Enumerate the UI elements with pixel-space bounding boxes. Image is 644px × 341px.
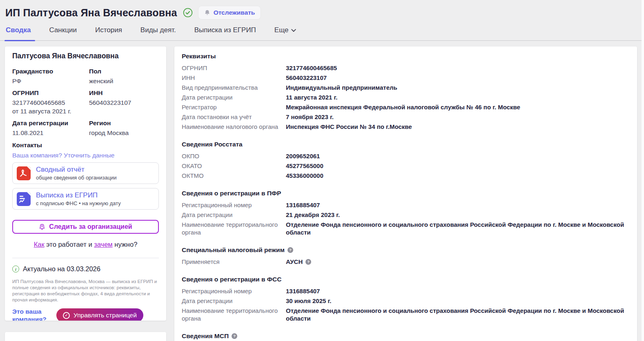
track-button[interactable]: Отслеживать xyxy=(198,6,261,19)
row-value-text: Инспекция ФНС России № 34 по г.Москве xyxy=(286,123,412,131)
report-subtitle: общие сведения об организации xyxy=(36,175,117,181)
profile-field: Дата регистрации11.08.2021 xyxy=(12,119,89,137)
row-value-text: 321774600465685 xyxy=(286,64,337,72)
tab-istoriya[interactable]: История xyxy=(95,26,123,40)
row-value-text: Межрайонная инспекция Федеральной налого… xyxy=(286,103,520,111)
risks-card: Риски сотрудничества xyxy=(5,332,166,341)
help-icon[interactable]: ? xyxy=(232,333,237,339)
row-label: Наименование налогового органа xyxy=(182,123,286,131)
row-value: Отделение Фонда пенсионного и социальног… xyxy=(286,307,629,322)
row-value: 1316885407 xyxy=(286,287,320,295)
scrollbar-track[interactable] xyxy=(642,0,644,341)
report-button-pdf[interactable]: Сводный отчётобщие сведения об организац… xyxy=(12,162,159,184)
manage-page-button[interactable]: ✓ Управлять страницей xyxy=(56,308,143,321)
row-value: 2009652061 xyxy=(286,152,320,160)
profile-field: ИНН560403223107 xyxy=(89,89,159,115)
clarify-data-link[interactable]: Ваша компания? Уточнить данные xyxy=(12,151,114,159)
left-column: Палтусова Яна Вячеславовна ГражданствоРФ… xyxy=(5,46,166,341)
details-section: Сведения о регистрации в ФССРегистрацион… xyxy=(182,275,629,322)
row-value: 1316885407 xyxy=(286,201,320,209)
row-value-text: 11 августа 2021 г. xyxy=(286,93,337,101)
details-section: Специальный налоговый режим?ПрименяетсяА… xyxy=(182,246,629,266)
seo-description: ИП Палтусова Яна Вячеславовна, Москва — … xyxy=(12,279,159,303)
row-value: Индивидуальный предприниматель xyxy=(286,84,397,91)
how-text: это работает и xyxy=(45,241,94,248)
tab-eshche[interactable]: Еще xyxy=(274,26,297,40)
page-title: ИП Палтусова Яна Вячеславовна xyxy=(5,7,177,19)
row-label: Дата регистрации xyxy=(182,297,286,305)
how-text-end: нужно? xyxy=(113,241,138,248)
row-label: Применяется xyxy=(182,258,286,266)
row-value-text: 560403223107 xyxy=(286,74,327,82)
details-section: Сведения о регистрации в ПФРРегистрацион… xyxy=(182,189,629,236)
table-row: Дата регистрации21 декабря 2023 г. xyxy=(182,211,629,219)
row-label: ОКПО xyxy=(182,152,286,160)
details-section: РеквизитыОГРНИП321774600465685ИНН5604032… xyxy=(182,52,629,131)
chevron-down-icon xyxy=(291,29,296,32)
tab-vidy-deyat[interactable]: Виды деят. xyxy=(140,26,176,40)
section-title-text: Сведения о регистрации в ФСС xyxy=(182,275,281,283)
tab-label: Сводка xyxy=(6,26,31,34)
row-label: ОКАТО xyxy=(182,162,286,170)
profile-field: Полженский xyxy=(89,67,159,85)
why-link[interactable]: зачем xyxy=(94,241,113,248)
profile-field: ОГРНИП321774600465685от 11 августа 2021 … xyxy=(12,89,89,115)
row-value-text: 21 декабря 2023 г. xyxy=(286,211,340,219)
row-label: ОГРНИП xyxy=(182,64,286,72)
row-value-text: Отделение Фонда пенсионного и социальног… xyxy=(286,221,629,236)
field-value: город Москва xyxy=(89,128,159,137)
row-value: Межрайонная инспекция Федеральной налого… xyxy=(286,103,520,111)
how-link[interactable]: Как xyxy=(34,241,45,248)
tab-vypiska-egrip[interactable]: Выписка из ЕГРИП xyxy=(194,26,256,40)
row-value: 321774600465685 xyxy=(286,64,337,72)
divider xyxy=(12,258,159,258)
row-label: Регистрационный номер xyxy=(182,201,286,209)
tab-label: Еще xyxy=(274,26,289,34)
table-row: ИНН560403223107 xyxy=(182,74,629,82)
row-label: Дата регистрации xyxy=(182,93,286,101)
verified-check-icon xyxy=(183,8,193,18)
row-value-text: 1316885407 xyxy=(286,287,320,295)
table-row: ОКПО2009652061 xyxy=(182,152,629,160)
table-row: ОКАТО45277565000 xyxy=(182,162,629,170)
table-row: ОКТМО45336000000 xyxy=(182,172,629,179)
field-label: Пол xyxy=(89,67,159,75)
section-title: Специальный налоговый режим? xyxy=(182,246,629,254)
table-row: ПрименяетсяАУСН? xyxy=(182,258,629,266)
tab-sankcii[interactable]: Санкции xyxy=(49,26,77,40)
row-value: Инспекция ФНС России № 34 по г.Москве xyxy=(286,123,412,131)
field-label: ОГРНИП xyxy=(12,89,89,97)
follow-organization-button[interactable]: Следить за организацией xyxy=(12,220,159,234)
help-icon[interactable]: ? xyxy=(305,259,311,265)
table-row: Вид предпринимательстваИндивидуальный пр… xyxy=(182,84,629,91)
section-title-text: Сведения Росстата xyxy=(182,140,243,148)
section-title-text: Сведения МСП xyxy=(182,332,229,340)
report-text: Сводный отчётобщие сведения об организац… xyxy=(36,166,117,181)
row-value: 21 декабря 2023 г. xyxy=(286,211,340,219)
manage-button-label: Управлять страницей xyxy=(74,312,137,319)
manage-badge-icon: ✓ xyxy=(63,312,70,319)
row-value-text: 7 ноября 2023 г. xyxy=(286,113,334,121)
actuality-label: Актуально на 03.03.2026 xyxy=(23,265,100,273)
row-label: Регистратор xyxy=(182,103,286,111)
report-title: Выписка из ЕГРИП xyxy=(36,191,121,199)
tab-label: Санкции xyxy=(49,26,76,34)
tab-svodka[interactable]: Сводка xyxy=(5,26,31,40)
row-value: 45277565000 xyxy=(286,162,323,170)
report-subtitle: с подписью ФНС • на нужную дату xyxy=(36,200,121,207)
your-company-link[interactable]: Это ваша компания? xyxy=(12,308,51,321)
row-value-text: 45277565000 xyxy=(286,162,323,170)
section-title: Сведения о регистрации в ПФР xyxy=(182,189,629,197)
pdf-file-icon xyxy=(17,166,31,180)
report-button-egrip[interactable]: Выписка из ЕГРИПс подписью ФНС • на нужн… xyxy=(12,188,159,210)
section-title: Сведения МСП? xyxy=(182,332,629,340)
info-icon: i xyxy=(12,266,19,272)
row-value-text: Индивидуальный предприниматель xyxy=(286,84,397,91)
field-value: женский xyxy=(89,77,159,85)
help-icon[interactable]: ? xyxy=(287,247,293,253)
row-value: Отделение Фонда пенсионного и социальног… xyxy=(286,221,629,236)
profile-card-footer: Это ваша компания? ✓ Управлять страницей xyxy=(12,308,159,321)
row-label: Наименование территориального органа xyxy=(182,307,286,322)
tab-label: Виды деят. xyxy=(140,26,176,34)
section-title-text: Специальный налоговый режим xyxy=(182,246,285,254)
